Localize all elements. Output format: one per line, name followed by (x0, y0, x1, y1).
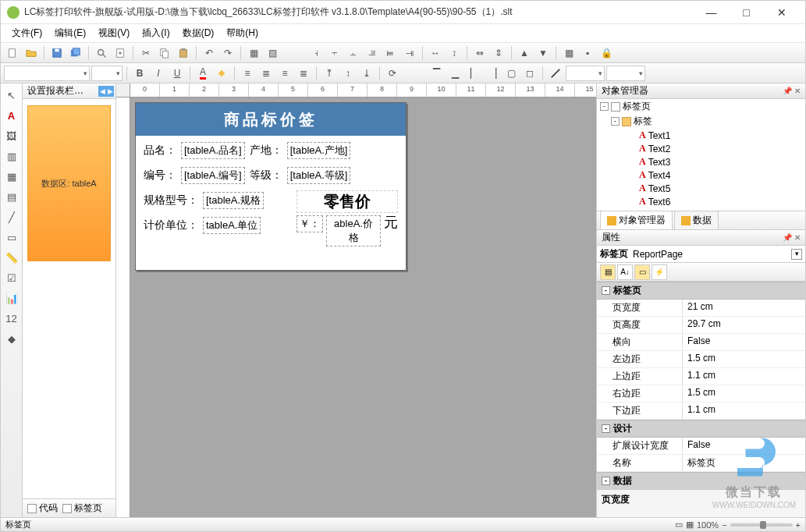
border-all-button[interactable]: ▢ (502, 65, 520, 82)
retail-price-block[interactable]: 零售价 ￥：ableA.价格元 (296, 190, 398, 246)
cut-button[interactable]: ✂ (137, 44, 154, 62)
tab-object-manager[interactable]: 对象管理器 (600, 211, 673, 229)
number-tool[interactable]: 12 (3, 310, 20, 327)
line-style-select[interactable] (606, 66, 645, 81)
prop-value[interactable]: 1.1 cm (683, 368, 805, 385)
text-center-button[interactable]: ≣ (257, 65, 275, 82)
close-panel-icon[interactable]: ✕ (794, 87, 801, 95)
expand-icon[interactable]: - (602, 424, 610, 433)
align-left-button[interactable]: ⫞ (307, 44, 325, 62)
pin-icon[interactable]: 📌 (783, 233, 792, 242)
tree-item[interactable]: A Text4 (597, 168, 805, 182)
shape-tool[interactable]: ◆ (3, 330, 20, 347)
tree-toggle-icon[interactable]: - (600, 102, 609, 111)
tab-code[interactable]: 代码 (27, 502, 58, 515)
rect-tool[interactable]: ▭ (3, 229, 20, 246)
fill-color-button[interactable] (213, 65, 230, 82)
menu-insert[interactable]: 插入(I) (136, 24, 176, 42)
check-tool[interactable]: ☑ (3, 269, 20, 286)
bold-button[interactable]: B (131, 65, 148, 82)
minimize-button[interactable]: — (694, 2, 729, 23)
prop-value[interactable]: 1.5 cm (683, 385, 805, 402)
prop-value[interactable]: 21 cm (683, 300, 805, 316)
field-value[interactable]: [tableA.产地] (287, 142, 351, 159)
tree-toggle-icon[interactable]: - (611, 117, 620, 126)
prop-value[interactable]: False (683, 334, 805, 350)
label-paper[interactable]: 商品标价签 品名：[tableA.品名]产地：[tableA.产地]编号：[ta… (135, 102, 407, 271)
object-tree[interactable]: -标签页 -标签 A Text1A Text2A Text3A Text4A T… (597, 99, 805, 211)
same-height-button[interactable]: ↕ (446, 44, 463, 62)
prop-value[interactable]: 标签页 (683, 455, 805, 471)
font-color-button[interactable]: A (194, 65, 211, 82)
font-family-select[interactable] (4, 66, 90, 81)
send-back-button[interactable]: ▼ (534, 44, 552, 62)
prop-row[interactable]: 扩展设计宽度False (597, 438, 805, 455)
prop-category[interactable]: -数据 (597, 472, 805, 489)
text-right-button[interactable]: ≡ (276, 65, 293, 82)
prop-row[interactable]: 下边距1.1 cm (597, 403, 805, 420)
tree-item[interactable]: A Text2 (597, 142, 805, 155)
align-top-button[interactable]: ⫡ (364, 44, 381, 62)
view-mode-icon[interactable]: ▭ (675, 520, 683, 530)
tree-item[interactable]: A Text1 (597, 129, 805, 142)
border-top-button[interactable]: ▔ (428, 65, 445, 82)
prop-row[interactable]: 横向False (597, 334, 805, 351)
border-bottom-button[interactable]: ▁ (446, 65, 463, 82)
paste-button[interactable] (175, 44, 192, 62)
page-setup-button[interactable] (112, 44, 129, 62)
object-dropdown-button[interactable]: ▾ (791, 249, 802, 260)
label-title[interactable]: 商品标价签 (136, 103, 406, 136)
tree-item[interactable]: A Text6 (597, 195, 805, 208)
save-all-button[interactable] (67, 44, 84, 62)
qrcode-tool[interactable]: ▦ (3, 168, 20, 185)
view-mode-icon[interactable]: ▦ (686, 520, 694, 530)
panel-next-button[interactable]: ▶ (106, 86, 114, 97)
prop-value[interactable]: False (683, 438, 805, 454)
ungroup-button[interactable]: ▨ (264, 44, 281, 62)
field-value[interactable]: [tableA.编号] (181, 167, 245, 184)
prop-row[interactable]: 上边距1.1 cm (597, 368, 805, 385)
price-field[interactable]: ableA.价格 (326, 215, 381, 246)
lock-button[interactable]: 🔒 (598, 44, 615, 62)
prop-categorized-button[interactable]: ▤ (600, 264, 616, 280)
border-right-button[interactable]: ▕ (484, 65, 501, 82)
underline-button[interactable]: U (169, 65, 186, 82)
ruler-tool[interactable]: 📏 (3, 249, 20, 266)
grid-button[interactable]: ▦ (560, 44, 577, 62)
align-right-button[interactable]: ⫠ (345, 44, 362, 62)
prop-row[interactable]: 页宽度21 cm (597, 300, 805, 317)
bring-front-button[interactable]: ▲ (516, 44, 533, 62)
chart-tool[interactable]: 📊 (3, 289, 20, 307)
menu-view[interactable]: 视图(V) (92, 24, 136, 42)
expand-icon[interactable]: - (602, 477, 610, 485)
menu-edit[interactable]: 编辑(E) (48, 24, 92, 42)
border-none-button[interactable]: ◻ (521, 65, 538, 82)
barcode-tool[interactable]: ▥ (3, 147, 20, 165)
pointer-tool[interactable]: ↖ (3, 87, 20, 104)
italic-button[interactable]: I (150, 65, 167, 82)
dist-h-button[interactable]: ⇔ (471, 44, 488, 62)
field-value[interactable]: [tableA.等级] (287, 167, 351, 184)
prop-category[interactable]: -标签页 (597, 282, 805, 300)
save-button[interactable] (48, 44, 66, 62)
prop-row[interactable]: 左边距1.5 cm (597, 351, 805, 368)
text-justify-button[interactable]: ≣ (295, 65, 312, 82)
redo-button[interactable]: ↷ (219, 44, 236, 62)
menu-file[interactable]: 文件(F) (5, 24, 48, 42)
close-button[interactable]: ✕ (764, 2, 799, 23)
valign-mid-button[interactable]: ↕ (339, 65, 357, 82)
text-tool[interactable]: A (3, 107, 20, 124)
prop-row[interactable]: 页高度29.7 cm (597, 317, 805, 334)
prop-value[interactable]: 1.1 cm (683, 403, 805, 419)
new-button[interactable] (4, 44, 21, 62)
text-left-button[interactable]: ≡ (239, 65, 256, 82)
field-value[interactable]: [tableA.规格 (203, 192, 264, 209)
group-button[interactable]: ▦ (245, 44, 262, 62)
tab-label-page[interactable]: 标签页 (62, 502, 102, 515)
maximize-button[interactable]: □ (729, 2, 764, 23)
menu-data[interactable]: 数据(D) (176, 24, 221, 42)
zoom-in-button[interactable]: + (796, 520, 801, 530)
line-color-button[interactable] (547, 65, 564, 82)
prop-pages-button[interactable]: ▭ (634, 264, 650, 280)
table-tool[interactable]: ▤ (3, 188, 20, 205)
